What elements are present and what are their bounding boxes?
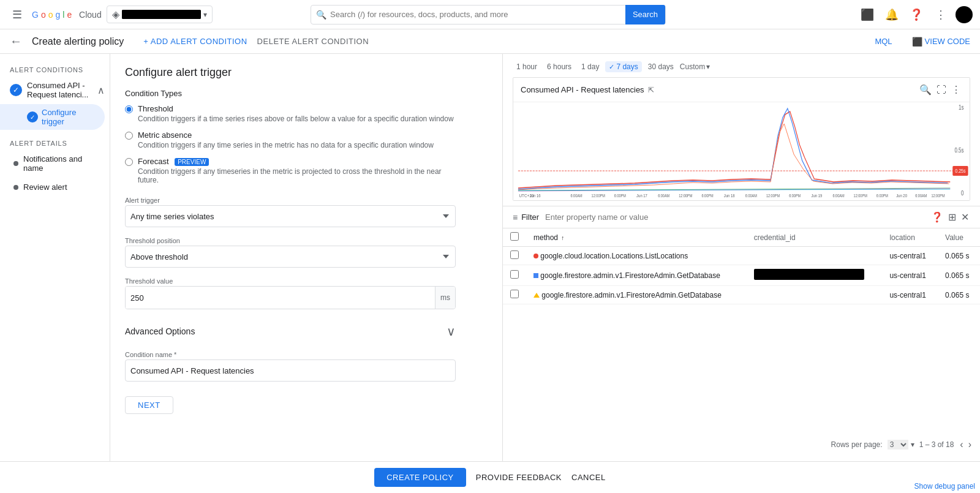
chart-more-icon[interactable]: ⋮ (950, 83, 962, 97)
svg-text:12:00PM: 12:00PM (931, 193, 944, 198)
time-30d-button[interactable]: 30 days (644, 61, 677, 72)
more-vert-icon[interactable]: ⋮ (931, 5, 951, 24)
debug-panel-link[interactable]: Show debug panel (910, 480, 980, 493)
location-column-header[interactable]: location (882, 228, 938, 247)
view-code-button[interactable]: ⬛ VIEW CODE (912, 37, 970, 47)
chart-expand-icon[interactable]: ⇱ (648, 86, 654, 94)
sidebar-item-configure-trigger[interactable]: ✓ Configure trigger (0, 104, 105, 130)
next-page-button[interactable]: › (967, 438, 973, 451)
delete-alert-condition-button[interactable]: DELETE ALERT CONDITION (257, 37, 369, 46)
row-2-color: google.firestore.admin.v1.FirestoreAdmin… (526, 265, 747, 286)
threshold-radio[interactable] (125, 105, 133, 113)
configure-trigger-label: Configure trigger (42, 108, 95, 126)
threshold-position-select[interactable]: Above threshold (125, 246, 456, 268)
chart-fullscreen-icon[interactable]: ⛶ (935, 83, 948, 97)
row-1-credential (747, 247, 883, 265)
notifications-icon[interactable]: 🔔 (882, 5, 902, 24)
form-section: Configure alert trigger Condition Types … (125, 66, 456, 414)
sidebar-item-consumed-api[interactable]: ✓ Consumed API - Request latenci... ∧ (0, 76, 110, 104)
chart-zoom-icon[interactable]: 🔍 (918, 83, 933, 97)
prev-page-button[interactable]: ‹ (959, 438, 964, 451)
condition-types-label: Condition Types (125, 89, 456, 98)
select-all-checkbox[interactable] (510, 232, 519, 241)
chart-title: Consumed API - Request latencies (521, 85, 644, 94)
search-button[interactable]: Search (625, 5, 665, 24)
table-section: ≡ Filter ❓ ⊞ ✕ method ↑ credential_id (503, 206, 980, 454)
time-custom-button[interactable]: Custom ▾ (680, 62, 710, 71)
row-1-checkbox[interactable] (510, 250, 519, 259)
project-selector[interactable]: ◈ ██████████████ ▾ (107, 6, 213, 23)
collapse-icon[interactable]: ∧ (97, 85, 105, 96)
time-6h-button[interactable]: 6 hours (543, 61, 575, 72)
topbar-right: ⬛ 🔔 ❓ ⋮ (858, 5, 973, 24)
sidebar-item-review[interactable]: Review alert (0, 178, 110, 197)
svg-text:6:00AM: 6:00AM (832, 193, 844, 198)
time-1h-button[interactable]: 1 hour (513, 61, 541, 72)
svg-text:Jun 20: Jun 20 (896, 193, 907, 198)
create-policy-button[interactable]: CREATE POLICY (374, 468, 466, 487)
form-title: Configure alert trigger (125, 66, 456, 79)
svg-text:Jun 16: Jun 16 (530, 193, 541, 198)
condition-type-radio-group: Threshold Condition triggers if a time s… (125, 104, 456, 184)
time-7d-button[interactable]: 7 days (605, 61, 641, 72)
threshold-position-label: Threshold position (125, 237, 456, 244)
chart-svg: 1s 0.5s 0 0.25s UTC+10 Jun 16 6:00AM 12:… (513, 102, 970, 200)
threshold-value-input[interactable] (126, 287, 435, 309)
metric-absence-label: Metric absence (138, 130, 434, 140)
filter-columns-icon[interactable]: ⊞ (947, 210, 957, 224)
filter-label: Filter (521, 213, 539, 222)
page-info: 1 – 3 of 18 (919, 440, 954, 449)
filter-input[interactable] (545, 213, 926, 222)
threshold-radio-desc: Condition triggers if a time series rise… (138, 115, 454, 123)
row-3-checkbox[interactable] (510, 290, 519, 298)
notifications-label: Notifications and name (23, 154, 100, 173)
filter-bar: ≡ Filter ❓ ⊞ ✕ (503, 206, 980, 228)
condition-name-input[interactable] (125, 359, 456, 382)
metric-absence-option: Metric absence Condition triggers if any… (125, 130, 456, 149)
filter-close-icon[interactable]: ✕ (960, 210, 970, 224)
topbar: ☰ Google Cloud ◈ ██████████████ ▾ 🔍 Sear… (0, 0, 980, 29)
provide-feedback-button[interactable]: PROVIDE FEEDBACK (476, 473, 562, 482)
rows-per-page-selector: 3 10 25 ▾ (888, 440, 914, 450)
advanced-options-toggle[interactable]: Advanced Options ∨ (125, 319, 456, 344)
credential-id-column-header[interactable]: credential_id (747, 228, 883, 247)
forecast-desc: Condition triggers if any timeseries in … (138, 167, 456, 184)
svg-text:6:00PM: 6:00PM (701, 193, 713, 198)
sub-check-configure: ✓ (27, 111, 38, 122)
chart-header-actions: 🔍 ⛶ ⋮ (918, 83, 962, 97)
cloud-shell-icon[interactable]: ⬛ (858, 5, 877, 24)
rows-per-page-select[interactable]: 3 10 25 (888, 440, 908, 450)
advanced-options-label: Advanced Options (125, 326, 195, 336)
mql-link[interactable]: MQL (875, 37, 892, 46)
chart-panel: 1 hour 6 hours 1 day 7 days 30 days Cust… (502, 54, 980, 461)
svg-text:6:00PM: 6:00PM (614, 193, 626, 198)
avatar[interactable] (956, 6, 973, 23)
alert-trigger-select[interactable]: Any time series violates (125, 205, 456, 227)
topbar-left: ☰ Google Cloud ◈ ██████████████ ▾ (7, 5, 213, 24)
sidebar-item-notifications[interactable]: Notifications and name (0, 149, 110, 178)
cancel-button[interactable]: CANCEL (571, 473, 606, 482)
chart-container: Consumed API - Request latencies ⇱ 🔍 ⛶ ⋮… (513, 77, 970, 201)
method-column-header[interactable]: method ↑ (526, 228, 747, 247)
metric-absence-radio[interactable] (125, 132, 133, 140)
value-column-header[interactable]: Value (938, 228, 980, 247)
svg-text:0: 0 (961, 190, 963, 197)
svg-text:6:00PM: 6:00PM (876, 193, 888, 198)
help-icon[interactable]: ❓ (907, 5, 926, 24)
next-button[interactable]: NEXT (125, 396, 173, 414)
time-1d-button[interactable]: 1 day (578, 61, 603, 72)
svg-text:6:00PM: 6:00PM (789, 193, 801, 198)
google-cloud-logo: Google Cloud (32, 10, 102, 20)
project-name: ██████████████ (122, 10, 201, 19)
filter-help-icon[interactable]: ❓ (930, 210, 944, 224)
threshold-radio-label: Threshold (138, 104, 454, 113)
threshold-option: Threshold Condition triggers if a time s… (125, 104, 456, 123)
back-button[interactable]: ← (10, 34, 22, 48)
hamburger-menu[interactable]: ☰ (7, 5, 27, 24)
yellow-triangle-icon (533, 293, 540, 298)
red-dot-icon (533, 254, 538, 258)
forecast-radio[interactable] (125, 158, 133, 166)
row-2-checkbox[interactable] (510, 270, 519, 279)
search-input[interactable] (330, 10, 622, 19)
add-alert-condition-button[interactable]: + ADD ALERT CONDITION (143, 37, 247, 46)
